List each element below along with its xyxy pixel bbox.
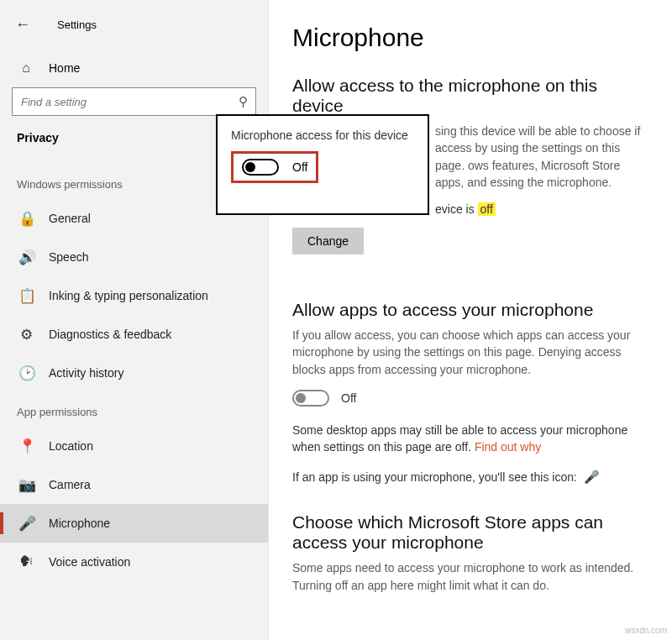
sidebar-item-activity[interactable]: 🕑 Activity history — [0, 354, 268, 392]
page-title: Microphone — [292, 24, 652, 52]
search-input[interactable] — [12, 87, 256, 116]
status-off-highlight: off — [478, 202, 496, 216]
sidebar: ← Settings ⌂ Home ⚲ Privacy Windows perm… — [0, 0, 269, 640]
home-label: Home — [49, 61, 80, 75]
main-content: Microphone Allow access to the microphon… — [269, 0, 672, 640]
home-icon: ⌂ — [18, 60, 34, 76]
section3-title: Choose which Microsoft Store apps can ac… — [292, 512, 652, 553]
device-access-toggle[interactable] — [242, 159, 279, 176]
section1-title: Allow access to the microphone on this d… — [292, 76, 652, 116]
watermark: wsxdn.com — [625, 626, 667, 635]
change-button[interactable]: Change — [292, 228, 364, 254]
popup-toggle-highlight: Off — [231, 151, 318, 183]
section2-title: Allow apps to access your microphone — [292, 300, 652, 320]
sidebar-item-speech[interactable]: 🔊 Speech — [0, 238, 268, 276]
microphone-icon: 🎤 — [18, 515, 34, 532]
microphone-indicator-icon: 🎤 — [584, 470, 600, 484]
apps-access-toggle[interactable] — [292, 390, 329, 407]
section2-icon-line: If an app is using your microphone, you'… — [292, 468, 652, 486]
back-icon[interactable]: ← — [15, 16, 30, 34]
sidebar-item-voice[interactable]: 🗣 Voice activation — [0, 543, 268, 581]
sidebar-item-inking[interactable]: 📋 Inking & typing personalization — [0, 276, 268, 315]
apps-access-toggle-label: Off — [341, 391, 356, 405]
activity-icon: 🕑 — [18, 365, 34, 382]
sidebar-item-diagnostics[interactable]: ⚙ Diagnostics & feedback — [0, 315, 268, 354]
voice-icon: 🗣 — [18, 553, 34, 570]
sidebar-item-microphone[interactable]: 🎤 Microphone — [0, 504, 268, 543]
popup-title: Microphone access for this device — [231, 128, 414, 143]
speech-icon: 🔊 — [18, 249, 34, 266]
group-app-permissions: App permissions — [0, 392, 268, 427]
camera-icon: 📷 — [18, 476, 34, 494]
change-popup: Microphone access for this device Off — [216, 114, 429, 215]
device-access-toggle-label: Off — [292, 160, 307, 174]
inking-icon: 📋 — [18, 287, 34, 305]
find-out-why-link[interactable]: Find out why — [475, 440, 541, 454]
section3-body: Some apps need to access your microphone… — [292, 559, 652, 594]
settings-title: Settings — [57, 18, 97, 31]
sidebar-home[interactable]: ⌂ Home — [0, 37, 268, 87]
sidebar-item-location[interactable]: 📍 Location — [0, 427, 268, 465]
section2-note: Some desktop apps may still be able to a… — [292, 422, 652, 456]
location-icon: 📍 — [18, 438, 34, 455]
section2-body: If you allow access, you can choose whic… — [292, 327, 652, 378]
sidebar-item-camera[interactable]: 📷 Camera — [0, 465, 268, 504]
lock-icon: 🔒 — [18, 210, 34, 228]
diagnostics-icon: ⚙ — [18, 326, 34, 344]
